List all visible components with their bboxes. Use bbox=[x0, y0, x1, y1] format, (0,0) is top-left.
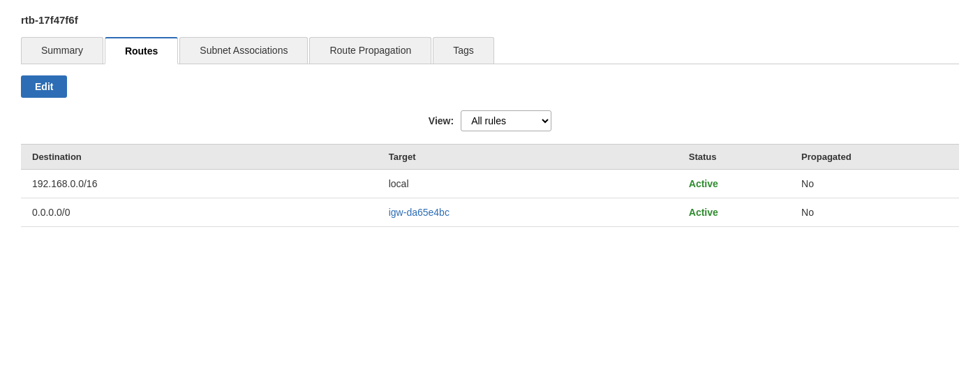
table-row: 192.168.0.0/16 local Active No bbox=[21, 170, 959, 198]
col-header-propagated: Propagated bbox=[790, 145, 959, 170]
tab-bar: Summary Routes Subnet Associations Route… bbox=[21, 37, 959, 64]
page-title: rtb-17f47f6f bbox=[21, 14, 959, 26]
target-link-2[interactable]: igw-da65e4bc bbox=[389, 207, 450, 218]
view-label: View: bbox=[429, 115, 454, 126]
col-header-destination: Destination bbox=[21, 145, 378, 170]
cell-status-2: Active bbox=[678, 198, 790, 227]
cell-destination-1: 192.168.0.0/16 bbox=[21, 170, 378, 198]
table-header-row: Destination Target Status Propagated bbox=[21, 145, 959, 170]
cell-propagated-1: No bbox=[790, 170, 959, 198]
view-bar: View: All rules Active rules bbox=[21, 110, 959, 131]
tab-subnet-associations[interactable]: Subnet Associations bbox=[179, 37, 308, 64]
cell-target-2[interactable]: igw-da65e4bc bbox=[378, 198, 678, 227]
tab-route-propagation[interactable]: Route Propagation bbox=[309, 37, 431, 64]
tab-tags[interactable]: Tags bbox=[433, 37, 494, 64]
col-header-target: Target bbox=[378, 145, 678, 170]
tab-summary[interactable]: Summary bbox=[21, 37, 103, 64]
tab-routes[interactable]: Routes bbox=[105, 37, 178, 64]
cell-propagated-2: No bbox=[790, 198, 959, 227]
table-row: 0.0.0.0/0 igw-da65e4bc Active No bbox=[21, 198, 959, 227]
routes-table: Destination Target Status Propagated 192… bbox=[21, 144, 959, 227]
edit-button[interactable]: Edit bbox=[21, 75, 67, 98]
cell-status-1: Active bbox=[678, 170, 790, 198]
cell-destination-2: 0.0.0.0/0 bbox=[21, 198, 378, 227]
view-select[interactable]: All rules Active rules bbox=[461, 110, 551, 131]
col-header-status: Status bbox=[678, 145, 790, 170]
cell-target-1: local bbox=[378, 170, 678, 198]
